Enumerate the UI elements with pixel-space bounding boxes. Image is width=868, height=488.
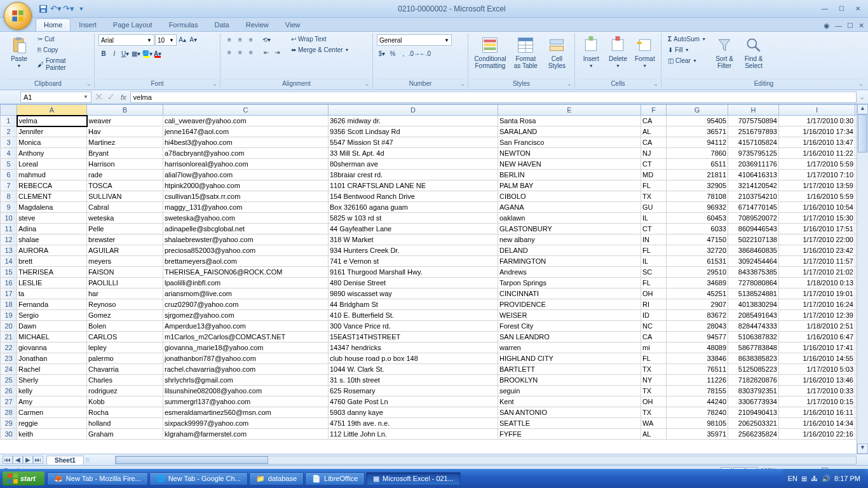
cell[interactable]: 2085491643 — [728, 310, 779, 321]
format-painter-button[interactable]: 🖌Format Painter — [35, 56, 90, 72]
cell-styles-button[interactable]: Cell Styles — [543, 34, 571, 71]
cell[interactable]: klgraham@farmerstel.com — [163, 429, 329, 440]
cell[interactable]: mi — [641, 342, 667, 353]
scroll-up-icon[interactable]: ▲ — [857, 104, 868, 114]
qat-customize-icon[interactable]: ▼ — [76, 4, 86, 14]
cell[interactable]: 5106387832 — [728, 332, 779, 342]
minimize-ribbon-icon[interactable]: — — [835, 22, 842, 30]
cell[interactable]: alial7low@yahoo.com — [163, 170, 329, 180]
cell[interactable]: 31 s. 10th street — [329, 375, 498, 386]
cell[interactable]: Martinez — [87, 137, 163, 148]
cell[interactable]: SEATTLE — [498, 418, 641, 429]
cell[interactable]: AGANA — [498, 202, 641, 213]
cell[interactable]: GU — [641, 202, 667, 213]
cell[interactable]: 6714770145 — [728, 202, 779, 213]
cell[interactable]: warren — [498, 342, 641, 353]
cell[interactable]: Sherly — [17, 375, 87, 386]
cell[interactable]: 1/17/2010 5:03 — [779, 364, 855, 375]
cell[interactable]: 9890 wiscasset way — [329, 288, 498, 299]
cell[interactable]: adinapelle@sbcglobal.net — [163, 224, 329, 234]
cell[interactable]: IL — [641, 213, 667, 224]
cell[interactable]: 83672 — [667, 310, 728, 321]
row-header-29[interactable]: 29 — [1, 418, 17, 429]
cell[interactable]: 1/16/2010 13:46 — [779, 375, 855, 386]
cell[interactable]: 1/16/2010 23:42 — [779, 245, 855, 256]
cell[interactable]: seguin — [498, 386, 641, 396]
cell[interactable]: AL — [641, 429, 667, 440]
cell[interactable]: 1/18/2010 2:51 — [779, 321, 855, 332]
cell[interactable]: IN — [641, 234, 667, 245]
row-header-9[interactable]: 9 — [1, 202, 17, 213]
tab-home[interactable]: Home — [36, 18, 71, 31]
next-sheet-icon[interactable]: ▶ — [23, 456, 33, 464]
cell[interactable]: THERISEA — [17, 267, 87, 278]
cell[interactable]: 32905 — [667, 180, 728, 191]
cell[interactable]: jenne1647@aol.com — [163, 126, 329, 137]
decrease-indent-icon[interactable]: ⇤ — [261, 47, 271, 57]
font-color-button[interactable]: A▾ — [153, 48, 163, 58]
cell[interactable]: 78155 — [667, 386, 728, 396]
row-header-30[interactable]: 30 — [1, 429, 17, 440]
cell[interactable]: 48089 — [667, 342, 728, 353]
cell[interactable]: CA — [641, 137, 667, 148]
cell[interactable]: 80sherman ave — [329, 159, 498, 170]
cell[interactable]: AL — [641, 126, 667, 137]
cell[interactable]: 8609446543 — [728, 224, 779, 234]
cell[interactable]: 96932 — [667, 202, 728, 213]
row-header-5[interactable]: 5 — [1, 159, 17, 170]
cell[interactable]: 154 Bentwood Ranch Drive — [329, 191, 498, 202]
cell[interactable]: SARALAND — [498, 126, 641, 137]
cell[interactable]: 35971 — [667, 429, 728, 440]
copy-button[interactable]: ⎘Copy — [35, 45, 90, 55]
cell[interactable]: 1044 W. Clark St. — [329, 364, 498, 375]
cell[interactable]: 625 Rosemary — [329, 386, 498, 396]
cell[interactable]: 1/16/2010 14:55 — [779, 353, 855, 364]
cell[interactable]: 6511 — [667, 159, 728, 170]
row-header-15[interactable]: 15 — [1, 267, 17, 278]
cell[interactable]: 1/17/2010 7:10 — [779, 170, 855, 180]
cell[interactable]: club house road p.o box 148 — [329, 353, 498, 364]
cell[interactable]: 34689 — [667, 278, 728, 288]
cell[interactable]: 480 Denise Street — [329, 278, 498, 288]
cell[interactable]: NJ — [641, 148, 667, 159]
cell[interactable]: rodriguez — [87, 386, 163, 396]
format-as-table-button[interactable]: Format as Table — [511, 34, 541, 71]
cell[interactable]: 61531 — [667, 256, 728, 267]
cell[interactable]: Jennifer — [17, 126, 87, 137]
cell[interactable]: 7075750894 — [728, 116, 779, 126]
cell[interactable]: Kobb — [87, 396, 163, 407]
cell[interactable]: 2109490413 — [728, 407, 779, 418]
network-icon[interactable]: 🖧 — [811, 475, 818, 482]
cell[interactable]: weteska — [87, 213, 163, 224]
cell[interactable]: Bryant — [87, 148, 163, 159]
cell[interactable]: Rocha — [87, 407, 163, 418]
tab-view[interactable]: View — [277, 18, 309, 31]
cell[interactable]: 1/16/2010 11:22 — [779, 148, 855, 159]
cell[interactable]: weaver — [87, 116, 163, 126]
row-header-11[interactable]: 11 — [1, 224, 17, 234]
cell[interactable]: 33 Mill St. Apt. 4d — [329, 148, 498, 159]
delete-cells-button[interactable]: Delete▼ — [606, 34, 630, 70]
increase-decimal-icon[interactable]: .0→ — [409, 48, 419, 58]
start-button[interactable]: start — [3, 471, 44, 485]
scroll-down-icon[interactable]: ▼ — [857, 444, 868, 454]
cell[interactable]: 60453 — [667, 213, 728, 224]
col-header-I[interactable]: I — [779, 105, 855, 116]
cell[interactable]: FL — [641, 180, 667, 191]
taskbar-item[interactable]: 🦊New Tab - Mozilla Fire... — [47, 472, 148, 485]
col-header-D[interactable]: D — [329, 105, 498, 116]
cell[interactable]: jonathanbori787@yahoo.com — [163, 353, 329, 364]
cell[interactable]: 3214120542 — [728, 180, 779, 191]
cell[interactable]: 8638385823 — [728, 353, 779, 364]
cell[interactable]: Andrews — [498, 267, 641, 278]
cell[interactable]: AGUILAR — [87, 245, 163, 256]
cell[interactable]: 36571 — [667, 126, 728, 137]
number-format-combo[interactable]: General▼ — [377, 34, 452, 46]
cell[interactable]: 1/16/2010 14:34 — [779, 418, 855, 429]
cell[interactable]: velma — [17, 116, 87, 126]
maximize-button[interactable]: ☐ — [834, 4, 849, 14]
cell[interactable]: RI — [641, 299, 667, 310]
fill-color-button[interactable]: 🪣▾ — [142, 48, 152, 58]
minimize-button[interactable]: — — [817, 4, 832, 14]
cell[interactable]: lpaolilli@inbfl.com — [163, 278, 329, 288]
